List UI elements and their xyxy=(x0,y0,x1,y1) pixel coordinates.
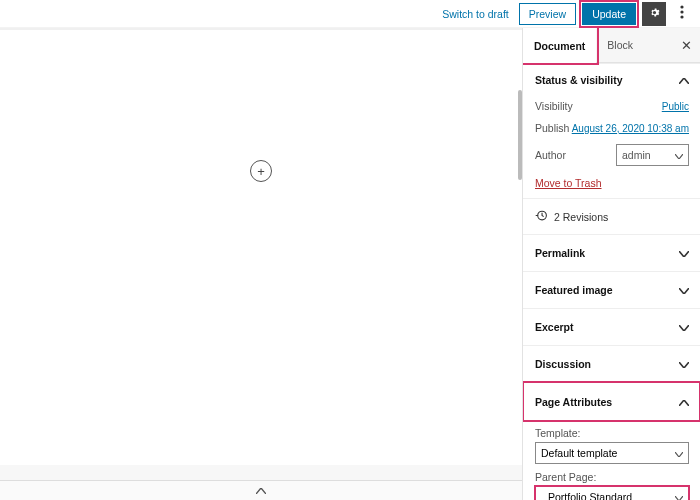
parent-page-select[interactable]: Portfolio Standard xyxy=(535,486,689,500)
panel-attributes-body: Template: Default template Parent Page: … xyxy=(523,421,700,500)
close-icon: ✕ xyxy=(681,38,692,53)
parent-page-label: Parent Page: xyxy=(535,471,689,483)
settings-sidebar: Document Block ✕ Status & visibility Vis… xyxy=(522,28,700,500)
chevron-down-icon xyxy=(675,149,683,161)
chevron-down-icon xyxy=(679,247,689,259)
panel-permalink[interactable]: Permalink xyxy=(523,234,700,271)
visibility-label: Visibility xyxy=(535,100,573,112)
panel-page-attributes: Page Attributes xyxy=(523,382,700,421)
author-select[interactable]: admin xyxy=(616,144,689,166)
close-sidebar-button[interactable]: ✕ xyxy=(681,38,692,53)
panel-title: Status & visibility xyxy=(535,74,623,86)
revisions-link[interactable]: 2 Revisions xyxy=(523,198,700,234)
plus-icon: + xyxy=(257,165,265,178)
chevron-up-icon xyxy=(679,73,689,87)
panel-excerpt[interactable]: Excerpt xyxy=(523,308,700,345)
switch-to-draft-link[interactable]: Switch to draft xyxy=(438,8,513,20)
svg-point-2 xyxy=(680,15,683,18)
tab-block[interactable]: Block xyxy=(596,29,644,61)
panel-status-visibility: Status & visibility Visibility Public Pu… xyxy=(523,63,700,198)
gear-icon xyxy=(648,5,661,23)
template-label: Template: xyxy=(535,427,689,439)
metabox-toggle[interactable] xyxy=(0,480,522,500)
panel-attributes-header[interactable]: Page Attributes xyxy=(523,383,700,421)
publish-label: Publish xyxy=(535,122,569,134)
revisions-text: 2 Revisions xyxy=(554,211,608,223)
chevron-down-icon xyxy=(679,321,689,333)
svg-point-0 xyxy=(680,5,683,8)
history-icon xyxy=(535,209,548,224)
editor-canvas[interactable]: + xyxy=(0,28,522,500)
svg-point-1 xyxy=(680,10,683,13)
panel-featured-image[interactable]: Featured image xyxy=(523,271,700,308)
tab-document[interactable]: Document xyxy=(523,28,596,63)
visibility-value-link[interactable]: Public xyxy=(662,101,689,112)
caret-up-icon xyxy=(256,485,266,496)
publish-date-link[interactable]: August 26, 2020 10:38 am xyxy=(572,123,689,134)
panel-status-header[interactable]: Status & visibility xyxy=(535,73,689,87)
settings-button[interactable] xyxy=(642,2,666,26)
chevron-down-icon xyxy=(675,491,683,500)
update-button[interactable]: Update xyxy=(582,3,636,25)
dots-vertical-icon xyxy=(680,5,684,23)
move-to-trash-link[interactable]: Move to Trash xyxy=(535,177,602,189)
chevron-down-icon xyxy=(679,358,689,370)
chevron-down-icon xyxy=(679,284,689,296)
more-options-button[interactable] xyxy=(672,2,692,26)
preview-button[interactable]: Preview xyxy=(519,3,576,25)
add-block-button[interactable]: + xyxy=(250,160,272,182)
chevron-down-icon xyxy=(675,447,683,459)
sidebar-tabs: Document Block ✕ xyxy=(523,28,700,63)
chevron-up-icon xyxy=(679,395,689,409)
editor-topbar: Switch to draft Preview Update xyxy=(0,0,700,28)
author-label: Author xyxy=(535,149,566,161)
template-select[interactable]: Default template xyxy=(535,442,689,464)
panel-discussion[interactable]: Discussion xyxy=(523,345,700,382)
